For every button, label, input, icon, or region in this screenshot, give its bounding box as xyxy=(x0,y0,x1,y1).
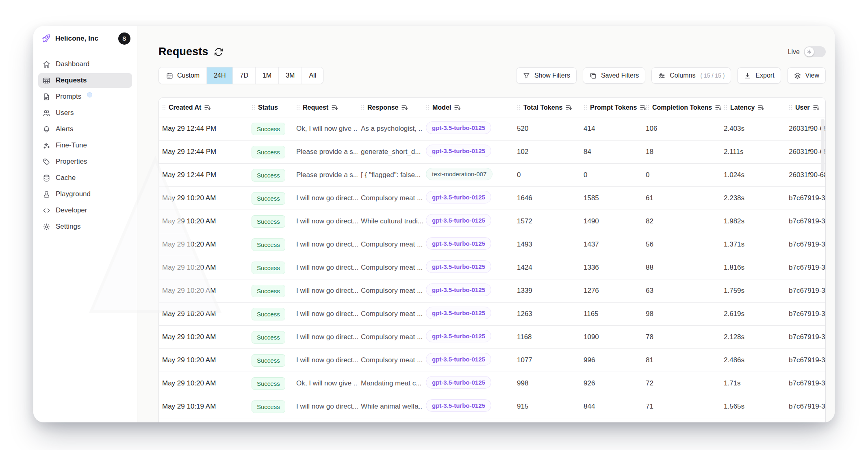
column-header-request[interactable]: Request xyxy=(293,104,358,111)
column-header-user[interactable]: User xyxy=(786,104,825,111)
sidebar: Helicone, Inc S Dashboard Requests Promp… xyxy=(33,26,137,422)
drag-handle-icon[interactable] xyxy=(724,104,727,110)
table-row[interactable]: May 29 10:20 AM Success I will now go di… xyxy=(159,303,825,326)
copy-icon xyxy=(589,72,597,80)
model-badge: gpt-3.5-turbo-0125 xyxy=(426,399,491,412)
column-header-prompt-tokens[interactable]: Prompt Tokens xyxy=(580,104,642,111)
sort-icon[interactable] xyxy=(204,104,211,111)
cell-model: gpt-3.5-turbo-0125 xyxy=(423,330,514,344)
table-row[interactable]: May 29 12:44 PM Success Ok, I will now g… xyxy=(159,117,825,141)
cell-status: Success xyxy=(248,331,293,344)
bell-icon xyxy=(42,125,51,134)
drag-handle-icon[interactable] xyxy=(296,104,300,110)
cell-latency: 1.371s xyxy=(720,240,786,249)
cell-completion-tokens: 106 xyxy=(642,125,720,133)
vertical-scrollbar[interactable] xyxy=(821,119,825,172)
cell-response: Compulsory meat ... xyxy=(358,356,423,364)
model-badge: gpt-3.5-turbo-0125 xyxy=(426,307,491,319)
column-header-completion-tokens[interactable]: Completion Tokens xyxy=(642,104,720,111)
view-button[interactable]: View xyxy=(787,67,826,84)
drag-handle-icon[interactable] xyxy=(426,104,430,110)
table-row[interactable]: May 29 12:44 PM Success Please provide a… xyxy=(159,141,825,164)
refresh-icon[interactable] xyxy=(214,47,224,57)
model-badge: gpt-3.5-turbo-0125 xyxy=(426,191,491,203)
cell-request: I will now go direct... xyxy=(293,194,358,202)
drag-handle-icon[interactable] xyxy=(361,104,365,110)
table-row[interactable]: May 29 10:20 AM Success I will now go di… xyxy=(159,233,825,256)
time-range-1m[interactable]: 1M xyxy=(255,67,278,84)
cell-status: Success xyxy=(248,354,293,367)
table-row[interactable]: May 29 10:20 AM Success I will now go di… xyxy=(159,210,825,233)
sidebar-item-label: Prompts xyxy=(56,93,81,101)
table-row[interactable]: May 29 10:20 AM Success I will now go di… xyxy=(159,256,825,279)
sort-icon[interactable] xyxy=(565,104,572,111)
drag-handle-icon[interactable] xyxy=(584,104,587,110)
sidebar-item-dashboard[interactable]: Dashboard xyxy=(38,57,132,71)
cell-request: I will now go direct... xyxy=(293,287,358,295)
table-row[interactable]: May 29 10:19 AM Success I will now go di… xyxy=(159,395,825,418)
sidebar-item-users[interactable]: Users xyxy=(38,106,132,120)
sidebar-header: Helicone, Inc S xyxy=(33,26,137,51)
sidebar-item-cache[interactable]: Cache xyxy=(38,171,132,185)
sidebar-item-settings[interactable]: Settings xyxy=(38,219,132,234)
time-range-3m[interactable]: 3M xyxy=(278,67,302,84)
sidebar-item-alerts[interactable]: Alerts xyxy=(38,122,132,136)
column-header-status[interactable]: Status xyxy=(248,104,293,111)
sidebar-item-prompts[interactable]: Prompts xyxy=(38,89,132,104)
column-header-created-at[interactable]: Created At xyxy=(159,104,248,111)
column-header-model[interactable]: Model xyxy=(423,104,514,111)
sidebar-item-label: Settings xyxy=(56,223,80,231)
time-range-label: Custom xyxy=(177,72,200,79)
sort-icon[interactable] xyxy=(454,104,461,111)
sidebar-item-properties[interactable]: Properties xyxy=(38,154,132,169)
calendar-icon xyxy=(166,72,174,80)
table-row[interactable]: May 29 10:20 AM Success I will now go di… xyxy=(159,349,825,372)
export-button[interactable]: Export xyxy=(737,67,781,84)
sidebar-item-requests[interactable]: Requests xyxy=(38,73,132,88)
sidebar-item-playground[interactable]: Playground xyxy=(38,187,132,201)
status-badge: Success xyxy=(252,400,285,413)
sidebar-item-developer[interactable]: Developer xyxy=(38,203,132,218)
cell-total-tokens: 520 xyxy=(514,125,580,133)
time-range-24h[interactable]: 24H xyxy=(206,67,232,84)
cell-response: Compulsory meat ... xyxy=(358,287,423,295)
status-badge: Success xyxy=(252,285,285,297)
drag-handle-icon[interactable] xyxy=(517,104,521,110)
main-header: Requests Live xyxy=(137,26,835,58)
sort-icon[interactable] xyxy=(813,104,820,111)
column-header-total-tokens[interactable]: Total Tokens xyxy=(514,104,580,111)
cell-model: gpt-3.5-turbo-0125 xyxy=(423,376,514,391)
table-row[interactable]: May 29 10:20 AM Success I will now go di… xyxy=(159,279,825,303)
sort-icon[interactable] xyxy=(401,104,408,111)
sort-icon[interactable] xyxy=(757,104,764,111)
drag-handle-icon[interactable] xyxy=(646,104,649,110)
sidebar-item-label: Users xyxy=(56,109,74,117)
time-range-all[interactable]: All xyxy=(302,67,323,84)
live-toggle[interactable] xyxy=(804,46,826,57)
cell-prompt-tokens: 844 xyxy=(580,402,642,411)
columns-button[interactable]: Columns( 15 / 15 ) xyxy=(651,67,731,84)
sidebar-item-fine-tune[interactable]: Fine-Tune xyxy=(38,138,132,153)
saved-filters-button[interactable]: Saved Filters xyxy=(583,67,645,84)
cell-response: [ { "flagged": false... xyxy=(358,171,423,179)
table-row[interactable]: May 29 10:20 AM Success I will now go di… xyxy=(159,187,825,210)
time-range-custom[interactable]: Custom xyxy=(159,67,206,84)
user-avatar[interactable]: S xyxy=(118,32,130,45)
users-icon xyxy=(42,109,51,117)
requests-table: Created At Status Request Response Model… xyxy=(158,97,826,422)
table-row[interactable]: May 29 10:20 AM Success I will now go di… xyxy=(159,326,825,349)
table-row[interactable]: May 29 10:20 AM Success Ok, I will now g… xyxy=(159,372,825,395)
drag-handle-icon[interactable] xyxy=(162,104,166,110)
show-filters-button[interactable]: Show Filters xyxy=(516,67,577,84)
sort-icon[interactable] xyxy=(331,104,338,111)
table-row[interactable]: May 29 12:44 PM Success Please provide a… xyxy=(159,164,825,187)
drag-handle-icon[interactable] xyxy=(789,104,792,110)
cell-latency: 2.486s xyxy=(720,356,786,364)
cell-model: gpt-3.5-turbo-0125 xyxy=(423,283,514,298)
cell-completion-tokens: 63 xyxy=(642,287,720,295)
column-header-latency[interactable]: Latency xyxy=(720,104,786,111)
cell-total-tokens: 102 xyxy=(514,148,580,156)
column-header-response[interactable]: Response xyxy=(358,104,423,111)
drag-handle-icon[interactable] xyxy=(252,104,255,110)
time-range-7d[interactable]: 7D xyxy=(232,67,255,84)
